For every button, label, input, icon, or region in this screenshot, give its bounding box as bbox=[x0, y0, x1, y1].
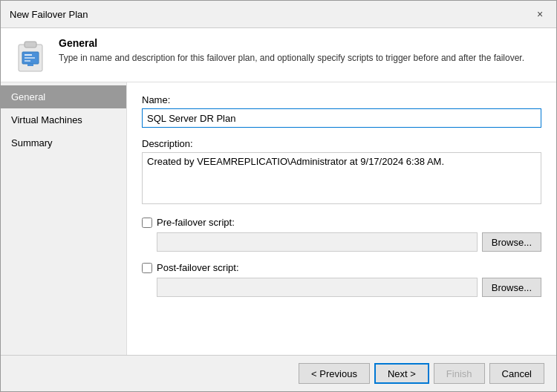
pre-failover-script-input[interactable] bbox=[157, 232, 478, 252]
svg-rect-3 bbox=[27, 64, 33, 66]
post-failover-label: Post-failover script: bbox=[157, 262, 239, 273]
description-label: Description: bbox=[142, 138, 541, 149]
svg-rect-1 bbox=[25, 42, 36, 48]
post-failover-input-row: Browse... bbox=[142, 278, 541, 297]
pre-failover-browse-button[interactable]: Browse... bbox=[482, 232, 541, 252]
description-textarea[interactable]: Created by VEEAMREPLICATIO\Administrator… bbox=[142, 152, 541, 204]
previous-button[interactable]: < Previous bbox=[299, 363, 370, 384]
description-group: Description: Created by VEEAMREPLICATIO\… bbox=[142, 138, 541, 206]
next-button[interactable]: Next > bbox=[374, 363, 429, 384]
pre-failover-input-row: Browse... bbox=[142, 232, 541, 252]
sidebar-item-general[interactable]: General bbox=[1, 85, 126, 108]
header-section: General Type in name and description for… bbox=[1, 28, 556, 82]
header-text: General Type in name and description for… bbox=[59, 37, 544, 65]
dialog-window: New Failover Plan × General Type in nam bbox=[0, 0, 557, 392]
wizard-icon bbox=[13, 37, 48, 73]
pre-failover-label: Pre-failover script: bbox=[157, 217, 235, 228]
content-area: General Virtual Machines Summary Name: D… bbox=[1, 82, 556, 355]
close-button[interactable]: × bbox=[532, 7, 547, 22]
post-failover-browse-button[interactable]: Browse... bbox=[482, 278, 541, 297]
pre-failover-row: Pre-failover script: bbox=[142, 217, 541, 228]
sidebar: General Virtual Machines Summary bbox=[1, 82, 127, 355]
finish-button[interactable]: Finish bbox=[434, 363, 485, 384]
cancel-button[interactable]: Cancel bbox=[489, 363, 544, 384]
sidebar-item-summary[interactable]: Summary bbox=[1, 131, 126, 154]
name-group: Name: bbox=[142, 94, 541, 128]
footer: < Previous Next > Finish Cancel bbox=[1, 355, 556, 391]
pre-failover-checkbox[interactable] bbox=[142, 218, 152, 228]
main-content: Name: Description: Created by VEEAMREPLI… bbox=[127, 82, 556, 355]
name-input[interactable] bbox=[142, 108, 541, 128]
svg-rect-6 bbox=[25, 60, 30, 62]
header-description: Type in name and description for this fa… bbox=[59, 52, 544, 65]
post-failover-checkbox[interactable] bbox=[142, 263, 152, 273]
title-bar: New Failover Plan × bbox=[1, 1, 556, 28]
post-failover-script-input[interactable] bbox=[157, 278, 478, 297]
svg-rect-5 bbox=[25, 57, 35, 59]
dialog-title: New Failover Plan bbox=[10, 9, 88, 20]
header-title: General bbox=[59, 37, 544, 49]
sidebar-item-virtual-machines[interactable]: Virtual Machines bbox=[1, 108, 126, 131]
post-failover-row: Post-failover script: bbox=[142, 262, 541, 273]
name-label: Name: bbox=[142, 94, 541, 105]
svg-rect-4 bbox=[25, 54, 32, 56]
